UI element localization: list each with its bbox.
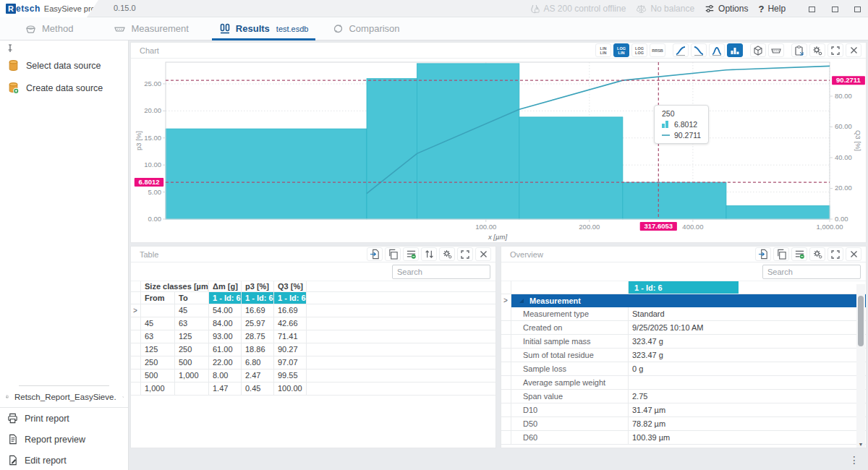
scale-lin-lin-button[interactable]: LINLIN <box>595 43 611 57</box>
table-search-input[interactable] <box>392 265 490 279</box>
tab-method[interactable]: Method <box>17 17 80 40</box>
table-settings-button[interactable] <box>439 247 455 261</box>
overview-row[interactable]: D5078.82 µm <box>501 417 866 431</box>
svg-text:200.00: 200.00 <box>579 223 600 231</box>
pin-icon[interactable] <box>6 44 14 53</box>
minimize-button[interactable] <box>809 7 815 12</box>
tab-results[interactable]: Results test.esdb <box>212 17 316 40</box>
overview-row[interactable]: D1031.47 µm <box>501 403 866 417</box>
overview-row-filter-button[interactable] <box>791 247 807 261</box>
table-cell: 22.00 <box>209 356 242 369</box>
tab-measurement[interactable]: Measurement <box>106 17 195 40</box>
table-sort-button[interactable] <box>421 247 437 261</box>
table-cell <box>175 383 209 395</box>
q3-header[interactable]: Q3 [%] <box>274 281 307 291</box>
table-cell: 0.45 <box>242 383 274 395</box>
svg-text:317.6053: 317.6053 <box>644 222 673 230</box>
scrollbar-thumb[interactable] <box>858 296 864 346</box>
to-header[interactable]: To <box>175 292 209 304</box>
chart-plot-area[interactable]: 0.005.0010.0015.0020.0025.000.0020.0040.… <box>131 59 866 242</box>
table-row[interactable]: 456384.0025.9742.66 <box>131 317 495 330</box>
series-header-p3[interactable]: 1 - Id: 6 <box>242 292 274 304</box>
dm-header[interactable]: Δm [g] <box>209 281 242 291</box>
balance-status[interactable]: No balance <box>636 4 694 14</box>
copy-chart-button[interactable] <box>791 43 807 57</box>
options-button[interactable]: Options <box>705 4 748 14</box>
overview-row[interactable]: Created on9/25/2025 10:10 AM <box>501 321 866 335</box>
overview-export-button[interactable] <box>755 247 771 261</box>
from-header[interactable]: From <box>141 292 175 304</box>
overview-group-row[interactable]: > Measurement <box>501 294 866 307</box>
retained-curve-button[interactable] <box>691 43 707 57</box>
table-row[interactable]: 1,0001.470.45100.00 <box>131 383 495 396</box>
chart-fullscreen-button[interactable] <box>827 43 843 57</box>
series-header-dm[interactable]: 1 - Id: 6 <box>209 292 242 304</box>
overview-scrollbar[interactable]: ▼ <box>856 284 865 448</box>
histogram-button[interactable] <box>727 43 743 57</box>
overview-row[interactable]: Average sample weight <box>501 376 866 390</box>
chart-close-button[interactable] <box>846 43 861 57</box>
overview-settings-button[interactable] <box>809 247 825 261</box>
density-curve-button[interactable] <box>709 43 725 57</box>
table-cell: 16.69 <box>274 304 307 317</box>
table-row-filter-button[interactable] <box>403 247 419 261</box>
overview-close-button[interactable] <box>846 247 861 261</box>
table-row[interactable]: 6312593.0028.7571.41 <box>131 330 495 343</box>
overview-toolbar <box>755 247 861 261</box>
maximize-button[interactable] <box>832 7 838 12</box>
copy-icon <box>388 249 399 260</box>
overview-copy-button[interactable] <box>773 247 789 261</box>
options-sliders-icon <box>705 4 715 14</box>
table-export-button[interactable] <box>367 247 383 261</box>
overview-row[interactable]: Span value2.75 <box>501 390 866 403</box>
chart-panel: Chart LINLIN LOGLIN LOGLOG RRSB <box>130 42 867 243</box>
overview-row-value <box>629 376 866 389</box>
table-fullscreen-button[interactable] <box>457 247 473 261</box>
create-data-source-button[interactable]: Create data source <box>0 77 128 99</box>
overview-row[interactable]: Measurement typeStandard <box>501 307 866 321</box>
cumulative-curve-button[interactable] <box>673 43 689 57</box>
close-window-button[interactable] <box>854 7 861 12</box>
more-options-icon[interactable]: ⋮ <box>849 454 859 466</box>
table-cell: 93.00 <box>209 330 242 343</box>
print-report-button[interactable]: Print report <box>0 408 128 429</box>
chart-settings-button[interactable] <box>809 43 825 57</box>
overview-series-header[interactable]: 1 - Id: 6 <box>629 281 739 294</box>
table-cell: 97.07 <box>274 356 307 369</box>
cube-icon <box>752 45 764 56</box>
select-data-source-button[interactable]: Select data source <box>0 54 128 77</box>
table-cell <box>131 330 141 343</box>
table-copy-button[interactable] <box>385 247 401 261</box>
table-cell: 45 <box>141 317 175 330</box>
help-button[interactable]: ? Help <box>758 4 786 14</box>
tab-comparison[interactable]: Comparison <box>326 17 407 40</box>
report-preview-button[interactable]: Report preview <box>0 429 128 450</box>
series-header-q3[interactable]: 1 - Id: 6 <box>274 292 307 304</box>
overview-row[interactable]: Initial sample mass323.47 g <box>501 335 866 349</box>
table-row[interactable]: >4554.0016.6916.69 <box>131 304 495 317</box>
table-row[interactable]: 25050022.006.8097.07 <box>131 356 495 369</box>
table-cell: 1,000 <box>141 383 175 395</box>
table-close-button[interactable] <box>475 247 491 261</box>
close-icon <box>850 250 858 258</box>
scrollbar-down-arrow[interactable]: ▼ <box>856 442 865 447</box>
table-row[interactable]: 12525061.0018.8690.27 <box>131 343 495 356</box>
p3-header[interactable]: p3 [%] <box>242 281 274 291</box>
overview-fullscreen-button[interactable] <box>827 247 843 261</box>
table-row[interactable]: 5001,0008.002.4799.55 <box>131 369 495 383</box>
scale-log-log-button[interactable]: LOGLOG <box>631 43 647 57</box>
overview-row[interactable]: Sum of total residue323.47 g <box>501 349 866 362</box>
scale-log-lin-button[interactable]: LOGLIN <box>613 43 629 57</box>
scale-rrsb-button[interactable]: RRSB <box>650 43 665 57</box>
overview-row-label: D60 <box>511 431 629 444</box>
overview-row[interactable]: D60100.39 µm <box>501 431 866 445</box>
chart-3d-button[interactable] <box>750 43 766 57</box>
table-cell: 250 <box>175 343 209 356</box>
edit-report-button[interactable]: Edit report <box>0 450 128 470</box>
overview-row[interactable]: Sample loss0 g <box>501 362 866 376</box>
report-template-selector[interactable]: Retsch_Report_EasySieve. <box>0 386 128 408</box>
device-status[interactable]: AS 200 control offline <box>529 4 626 14</box>
sieve-view-button[interactable] <box>768 43 784 57</box>
database-add-icon <box>7 82 20 94</box>
overview-search-input[interactable] <box>762 265 861 279</box>
